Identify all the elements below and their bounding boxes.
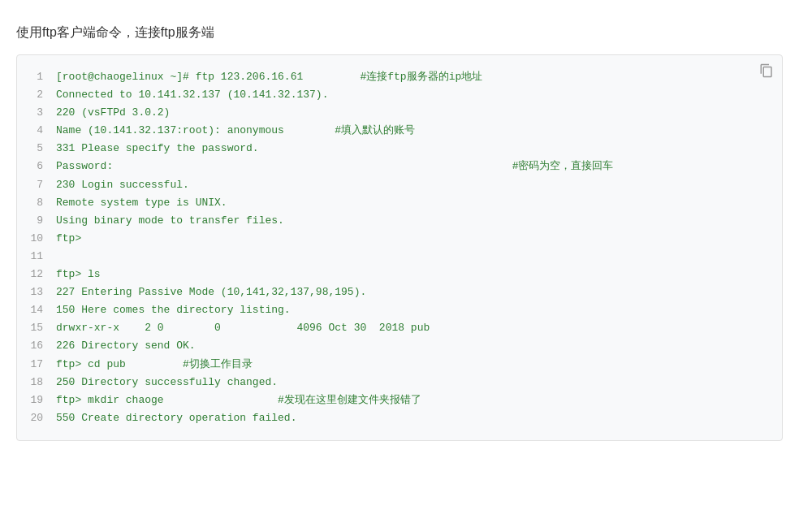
table-row: 13227 Entering Passive Mode (10,141,32,1… bbox=[17, 283, 769, 301]
line-content: ftp> ls bbox=[56, 266, 101, 283]
table-row: 20550 Create directory operation failed. bbox=[17, 409, 769, 427]
line-content: Name (10.141.32.137:root): anonymous #填入… bbox=[56, 122, 415, 140]
line-number: 18 bbox=[17, 374, 56, 391]
line-content: Remote system type is UNIX. bbox=[56, 194, 227, 212]
line-number: 4 bbox=[17, 122, 56, 140]
line-number: 9 bbox=[17, 212, 56, 230]
line-number: 16 bbox=[17, 337, 56, 355]
line-number: 5 bbox=[17, 140, 56, 158]
table-row: 8Remote system type is UNIX. bbox=[17, 194, 769, 212]
table-row: 16226 Directory send OK. bbox=[17, 337, 769, 355]
line-number: 7 bbox=[17, 176, 56, 194]
line-number: 11 bbox=[17, 248, 56, 266]
line-content: ftp> mkdir chaoge #发现在这里创建文件夹报错了 bbox=[56, 391, 421, 409]
line-number: 2 bbox=[17, 86, 56, 104]
table-row: 7230 Login successful. bbox=[17, 176, 769, 194]
line-content: 550 Create directory operation failed. bbox=[56, 409, 296, 427]
code-block: 1[root@chaogelinux ~]# ftp 123.206.16.61… bbox=[17, 55, 782, 440]
line-number: 12 bbox=[17, 266, 56, 283]
line-number: 20 bbox=[17, 409, 56, 427]
line-content: 220 (vsFTPd 3.0.2) bbox=[56, 104, 170, 122]
line-number: 3 bbox=[17, 104, 56, 122]
page-title: 使用ftp客户端命令，连接ftp服务端 bbox=[0, 16, 799, 54]
line-content: 250 Directory successfully changed. bbox=[56, 374, 278, 391]
line-content: drwxr-xr-x 2 0 0 4096 Oct 30 2018 pub bbox=[56, 319, 430, 337]
line-number: 1 bbox=[17, 68, 56, 86]
table-row: 9Using binary mode to transfer files. bbox=[17, 212, 769, 230]
table-row: 17ftp> cd pub #切换工作目录 bbox=[17, 356, 769, 374]
line-content: 226 Directory send OK. bbox=[56, 337, 196, 355]
table-row: 3220 (vsFTPd 3.0.2) bbox=[17, 104, 769, 122]
table-row: 19ftp> mkdir chaoge #发现在这里创建文件夹报错了 bbox=[17, 391, 769, 409]
line-number: 14 bbox=[17, 301, 56, 319]
line-content: 150 Here comes the directory listing. bbox=[56, 301, 291, 319]
line-content: [root@chaogelinux ~]# ftp 123.206.16.61 … bbox=[56, 68, 482, 86]
table-row: 10ftp> bbox=[17, 230, 769, 248]
table-row: 15drwxr-xr-x 2 0 0 4096 Oct 30 2018 pub bbox=[17, 319, 769, 337]
table-row: 18250 Directory successfully changed. bbox=[17, 374, 769, 391]
line-number: 10 bbox=[17, 230, 56, 248]
line-content: 331 Please specify the password. bbox=[56, 140, 259, 158]
line-number: 8 bbox=[17, 194, 56, 212]
line-number: 6 bbox=[17, 158, 56, 175]
line-content: Password: #密码为空，直接回车 bbox=[56, 158, 614, 175]
code-block-wrapper: 1[root@chaogelinux ~]# ftp 123.206.16.61… bbox=[16, 54, 783, 441]
table-row: 6Password: #密码为空，直接回车 bbox=[17, 158, 769, 175]
line-content: 230 Login successful. bbox=[56, 176, 189, 194]
table-row: 5331 Please specify the password. bbox=[17, 140, 769, 158]
line-content: Using binary mode to transfer files. bbox=[56, 212, 284, 230]
copy-button[interactable] bbox=[759, 63, 774, 78]
line-content: Connected to 10.141.32.137 (10.141.32.13… bbox=[56, 86, 328, 104]
table-row: 1[root@chaogelinux ~]# ftp 123.206.16.61… bbox=[17, 68, 769, 86]
line-number: 15 bbox=[17, 319, 56, 337]
line-content: ftp> bbox=[56, 230, 81, 248]
table-row: 12ftp> ls bbox=[17, 266, 769, 283]
table-row: 2Connected to 10.141.32.137 (10.141.32.1… bbox=[17, 86, 769, 104]
line-number: 13 bbox=[17, 283, 56, 301]
table-row: 4Name (10.141.32.137:root): anonymous #填… bbox=[17, 122, 769, 140]
line-content: ftp> cd pub #切换工作目录 bbox=[56, 356, 253, 374]
line-number: 17 bbox=[17, 356, 56, 374]
line-content: 227 Entering Passive Mode (10,141,32,137… bbox=[56, 283, 366, 301]
line-number: 19 bbox=[17, 391, 56, 409]
table-row: 11 bbox=[17, 248, 769, 266]
table-row: 14150 Here comes the directory listing. bbox=[17, 301, 769, 319]
